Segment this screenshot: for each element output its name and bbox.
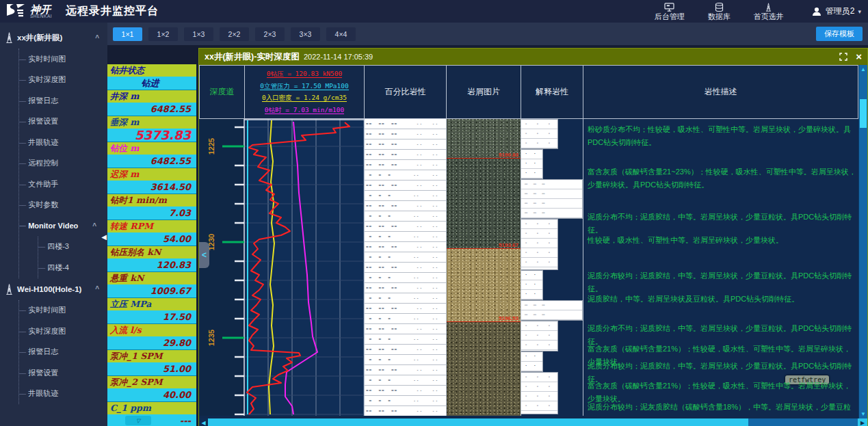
scroll-left-icon[interactable]: ◀ bbox=[199, 418, 208, 426]
layout-button-1×1[interactable]: 1×1 bbox=[113, 27, 142, 41]
sidebar-item-实时深度图[interactable]: 实时深度图 bbox=[19, 321, 107, 342]
param-label: 井深 m bbox=[107, 90, 196, 103]
panel-collapse-tab[interactable]: < bbox=[199, 242, 209, 268]
horizontal-scroll-thumb[interactable] bbox=[208, 418, 748, 426]
interpreted-lithology-block: - - -- - -- - - bbox=[521, 321, 558, 351]
nav-首页选井[interactable]: 首页选井 bbox=[754, 3, 784, 21]
vertical-scrollbar[interactable]: ▲ ▼ bbox=[858, 65, 867, 418]
layout-button-3×3[interactable]: 3×3 bbox=[291, 27, 320, 41]
param-钻位 m: 钻位 m6482.55 bbox=[107, 142, 196, 168]
chevron-up-icon[interactable]: ^ bbox=[95, 34, 99, 42]
param-value: 40.00 bbox=[107, 388, 196, 401]
cuttings-photo-column: 5190.835193.675196.53 bbox=[446, 119, 521, 416]
param-泵冲_1 SPM: 泵冲_1 SPM51.00 bbox=[107, 350, 196, 376]
param-value-text: 120.83 bbox=[157, 260, 191, 270]
sidebar-item-label: 远程控制 bbox=[28, 158, 58, 168]
curve-legend-入口密度[interactable]: 0入口密度 = 1.24 g/cm35 bbox=[262, 94, 347, 102]
lithology-symbol-row: · · · bbox=[521, 280, 542, 290]
app-root: 神开 SHENKAI 远程录井监控平台 后台管理数据库首页选井 管理员2 ▾ x… bbox=[0, 0, 868, 426]
top-nav: 后台管理数据库首页选井 管理员2 ▾ bbox=[655, 3, 861, 21]
lithology-pattern-row: == == == -- -- -- == == == bbox=[365, 324, 446, 334]
top-nav-items: 后台管理数据库首页选井 bbox=[655, 3, 784, 21]
sidebar-item-实时深度图[interactable]: 实时深度图 bbox=[19, 70, 107, 91]
main-area: xx井(新井眼)^实时时间图实时深度图报警日志报警设置井眼轨迹远程控制文件助手实… bbox=[0, 23, 868, 426]
chevron-up-icon[interactable]: ^ bbox=[92, 222, 96, 230]
user-menu[interactable]: 管理员2 ▾ bbox=[811, 5, 861, 17]
param-value-text: 6482.55 bbox=[150, 104, 191, 114]
sidebar-item-远程控制[interactable]: 远程控制 bbox=[19, 153, 107, 174]
param-value-text: 5373.83 bbox=[135, 128, 191, 142]
lithology-pattern-row: == == == -- -- -- == == == bbox=[365, 222, 446, 232]
lithology-symbol-row: · · · bbox=[521, 271, 542, 280]
lithology-symbol-row: · · · bbox=[521, 159, 542, 169]
param-value: 17.50 bbox=[107, 310, 196, 323]
sidebar-item-Monitor Video[interactable]: Monitor Video^ bbox=[19, 215, 107, 237]
brand-name: 神开 bbox=[30, 5, 52, 14]
percent-lithology-header: 百分比岩性 bbox=[364, 65, 446, 119]
save-template-button[interactable]: 保存模板 bbox=[816, 27, 863, 41]
sidebar-item-label: 实时参数 bbox=[28, 200, 58, 210]
sidebar-item-四楼-3[interactable]: 四楼-3 bbox=[38, 237, 107, 258]
lithology-pattern-row: == == == -- -- -- == == == bbox=[365, 181, 446, 191]
sidebar-item-文件助手[interactable]: 文件助手 bbox=[19, 174, 107, 195]
dropdown-icon[interactable]: ▽ bbox=[125, 416, 151, 425]
well-tree: xx井(新井眼)^实时时间图实时深度图报警日志报警设置井眼轨迹远程控制文件助手实… bbox=[0, 27, 107, 404]
param-入流 l/s: 入流 l/s29.80 bbox=[107, 324, 196, 350]
layout-toolbar: 1×11×21×32×22×33×34×4 保存模板 bbox=[107, 23, 868, 45]
lithology-description: 泥质分布不均；泥质胶结，中等。岩屑呈块状，少量豆粒状。具PDC钻头切削特征。 bbox=[588, 211, 856, 237]
layout-button-2×2[interactable]: 2×2 bbox=[220, 27, 249, 41]
layout-button-1×2[interactable]: 1×2 bbox=[148, 27, 178, 41]
lithology-pattern-row: = = = -- -- -- = = = bbox=[365, 252, 446, 263]
lithology-symbol-row: · · · bbox=[521, 352, 542, 362]
well-node-Wei-H100(Hole-1)[interactable]: Wei-H100(Hole-1)^ bbox=[0, 278, 107, 300]
layout-button-1×3[interactable]: 1×3 bbox=[184, 27, 213, 41]
interpreted-lithology-block: - - -- - -- - - bbox=[521, 119, 558, 149]
curve-legend-立管压力[interactable]: 0立管压力 = 17.50 MPa100 bbox=[260, 82, 349, 90]
curve-name-value: 钻时 = 7.03 min/m bbox=[269, 106, 332, 114]
sidebar-item-实时参数[interactable]: 实时参数 bbox=[19, 195, 107, 216]
scroll-right-icon[interactable]: ▶ bbox=[858, 418, 867, 426]
sidebar-item-label: 报警日志 bbox=[28, 347, 58, 357]
fullscreen-icon[interactable] bbox=[839, 53, 847, 61]
curve-legend[interactable]: 0钻压 = 120.83 kN5000立管压力 = 17.50 MPa1000入… bbox=[244, 65, 364, 119]
sidebar-collapse-icon[interactable]: ◀ bbox=[101, 233, 107, 241]
param-label: 钻压别名 kN bbox=[107, 246, 196, 258]
param-label: 泵冲_2 SPM bbox=[107, 376, 196, 388]
sidebar-item-四楼-4[interactable]: 四楼-4 bbox=[38, 257, 107, 278]
curve-legend-钻时[interactable]: 0钻时 = 7.03 min/m100 bbox=[265, 106, 344, 114]
lithology-description: 泥质分布较均；泥灰质胶结（碳酸钙含量18%），中等。岩屑呈块状，少量豆粒状。具P… bbox=[588, 401, 856, 416]
sidebar-item-label: 报警日志 bbox=[28, 96, 58, 106]
lithology-symbol-row: - - - bbox=[521, 331, 557, 341]
sidebar-item-报警日志[interactable]: 报警日志 bbox=[19, 342, 107, 363]
scroll-down-icon[interactable]: ▼ bbox=[859, 410, 867, 418]
vertical-scroll-thumb[interactable] bbox=[860, 99, 867, 128]
window-timestamp: 2022-11-14 17:05:39 bbox=[304, 53, 373, 61]
sidebar-item-报警日志[interactable]: 报警日志 bbox=[19, 90, 107, 111]
close-icon[interactable]: × bbox=[856, 53, 862, 61]
lithology-pattern-row: == == == -- -- -- == == == bbox=[365, 365, 446, 375]
interpreted-lithology-block: · · ·· · ·· · · bbox=[521, 270, 543, 300]
sidebar-item-label: 实时深度图 bbox=[28, 75, 66, 85]
curve-legend-钻压[interactable]: 0钻压 = 120.83 kN500 bbox=[267, 70, 343, 78]
scroll-up-icon[interactable]: ▲ bbox=[859, 65, 867, 74]
lithology-symbol-row: - - - bbox=[521, 219, 557, 229]
svg-text:1225: 1225 bbox=[207, 138, 215, 155]
curve-name-value: 立管压力 = 17.50 MPa bbox=[264, 82, 337, 90]
horizontal-scrollbar[interactable]: ◀ ▶ bbox=[199, 418, 867, 426]
sidebar-item-井眼轨迹[interactable]: 井眼轨迹 bbox=[19, 384, 107, 405]
param-label: C_1 ppm bbox=[107, 402, 196, 414]
user-icon bbox=[811, 6, 822, 17]
nav-后台管理[interactable]: 后台管理 bbox=[655, 3, 685, 21]
param-label: 转速 RPM bbox=[107, 220, 196, 232]
well-node-xx井(新井眼)[interactable]: xx井(新井眼)^ bbox=[0, 27, 107, 49]
chevron-up-icon[interactable]: ^ bbox=[95, 285, 99, 293]
sidebar-item-实时时间图[interactable]: 实时时间图 bbox=[19, 300, 107, 321]
sidebar-item-label: 报警设置 bbox=[28, 116, 58, 127]
nav-数据库[interactable]: 数据库 bbox=[708, 3, 731, 21]
layout-button-4×4[interactable]: 4×4 bbox=[326, 27, 356, 41]
sidebar-item-报警设置[interactable]: 报警设置 bbox=[19, 111, 107, 133]
layout-button-2×3[interactable]: 2×3 bbox=[255, 27, 285, 41]
sidebar-item-井眼轨迹[interactable]: 井眼轨迹 bbox=[19, 132, 107, 153]
sidebar-item-报警设置[interactable]: 报警设置 bbox=[19, 362, 107, 384]
sidebar-item-实时时间图[interactable]: 实时时间图 bbox=[19, 49, 107, 70]
